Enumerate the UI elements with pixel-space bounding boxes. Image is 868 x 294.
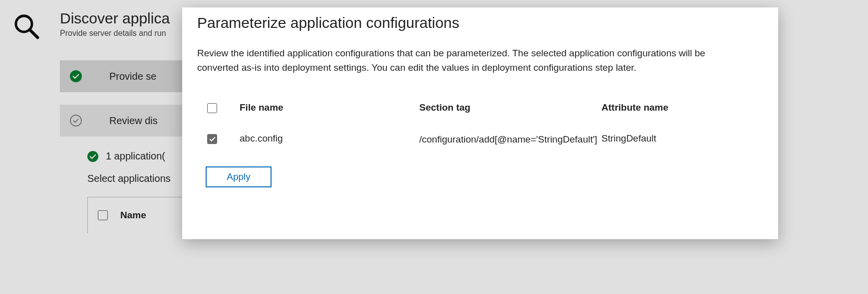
panel-description: Review the identified application config…	[197, 46, 736, 75]
parameterize-panel: Parameterize application configurations …	[182, 7, 778, 239]
config-row-checkbox[interactable]	[207, 134, 217, 144]
config-row: abc.config /configuration/add[@name='Str…	[197, 133, 763, 147]
cell-file-name: abc.config	[240, 133, 419, 144]
panel-title: Parameterize application configurations	[197, 14, 763, 31]
config-header-row: File name Section tag Attribute name	[197, 102, 763, 113]
cell-section-tag: /configuration/add[@name='StringDefault'…	[419, 133, 527, 147]
th-attribute-name: Attribute name	[601, 102, 726, 113]
apply-button[interactable]: Apply	[206, 166, 272, 187]
cell-attribute-name: StringDefault	[601, 133, 726, 144]
th-file-name: File name	[240, 102, 419, 113]
th-section-tag: Section tag	[419, 102, 601, 113]
apply-button-label: Apply	[227, 171, 251, 182]
select-all-config-checkbox[interactable]	[207, 103, 217, 113]
